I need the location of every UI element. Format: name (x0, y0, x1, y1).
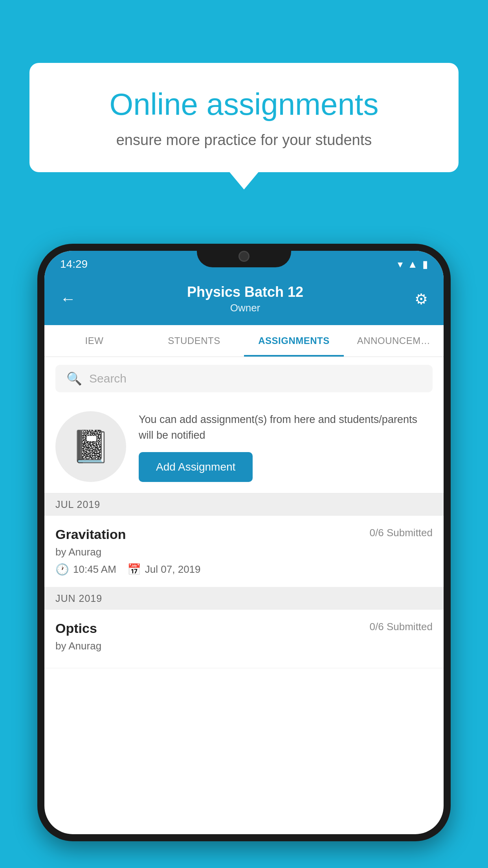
tab-assignments[interactable]: ASSIGNMENTS (244, 325, 344, 357)
assignment-submitted-optics: 0/6 Submitted (370, 621, 433, 633)
background: Online assignments ensure more practice … (0, 0, 488, 868)
tab-iew[interactable]: IEW (44, 325, 144, 357)
meta-time: 🕐 10:45 AM (55, 563, 116, 576)
phone-outer: 14:29 ▾ ▲ ▮ ← Physics Batch 12 Owner ⚙ (37, 244, 451, 841)
settings-icon[interactable]: ⚙ (415, 291, 428, 308)
phone-mockup: 14:29 ▾ ▲ ▮ ← Physics Batch 12 Owner ⚙ (37, 244, 451, 868)
tabs-bar: IEW STUDENTS ASSIGNMENTS ANNOUNCEM… (44, 325, 444, 357)
search-container: 🔍 Search (44, 357, 444, 400)
assignment-meta: 🕐 10:45 AM 📅 Jul 07, 2019 (55, 563, 433, 576)
notebook-icon: 📓 (71, 428, 110, 465)
add-assignment-button[interactable]: Add Assignment (139, 452, 253, 482)
clock-icon: 🕐 (55, 563, 69, 576)
phone-camera (238, 251, 250, 262)
promo-right: You can add assignment(s) from here and … (139, 412, 433, 482)
wifi-icon: ▾ (398, 258, 403, 270)
signal-icon: ▲ (407, 258, 418, 270)
promo-icon-circle: 📓 (55, 411, 126, 482)
header-title: Physics Batch 12 (76, 284, 415, 300)
tab-students[interactable]: STUDENTS (144, 325, 244, 357)
status-icons: ▾ ▲ ▮ (398, 258, 428, 270)
calendar-icon: 📅 (127, 563, 141, 576)
status-time: 14:29 (60, 258, 88, 270)
assignment-time: 10:45 AM (73, 563, 116, 576)
header-subtitle: Owner (76, 302, 415, 314)
speech-bubble-container: Online assignments ensure more practice … (29, 63, 459, 172)
assignment-by: by Anurag (55, 546, 433, 558)
phone-notch (197, 244, 291, 267)
app-header: ← Physics Batch 12 Owner ⚙ (44, 274, 444, 325)
assignment-top-row-optics: Optics 0/6 Submitted (55, 621, 433, 636)
phone-screen: 14:29 ▾ ▲ ▮ ← Physics Batch 12 Owner ⚙ (44, 251, 444, 834)
assignment-name: Gravitation (55, 527, 126, 542)
assignment-top-row: Gravitation 0/6 Submitted (55, 527, 433, 542)
search-icon: 🔍 (66, 371, 82, 386)
speech-bubble-title: Online assignments (57, 86, 431, 122)
add-assignment-promo: 📓 You can add assignment(s) from here an… (44, 400, 444, 493)
speech-bubble-subtitle: ensure more practice for your students (57, 132, 431, 149)
assignment-name-optics: Optics (55, 621, 97, 636)
assignment-item-optics[interactable]: Optics 0/6 Submitted by Anurag (44, 610, 444, 668)
promo-text: You can add assignment(s) from here and … (139, 412, 433, 443)
search-placeholder: Search (89, 372, 127, 385)
battery-icon: ▮ (422, 258, 428, 270)
speech-bubble: Online assignments ensure more practice … (29, 63, 459, 172)
tab-announcements[interactable]: ANNOUNCEM… (344, 325, 444, 357)
assignment-item-gravitation[interactable]: Gravitation 0/6 Submitted by Anurag 🕐 10… (44, 516, 444, 587)
month-header-jul: JUL 2019 (44, 493, 444, 516)
header-title-group: Physics Batch 12 Owner (76, 284, 415, 314)
search-input-wrap[interactable]: 🔍 Search (55, 365, 433, 392)
assignment-submitted: 0/6 Submitted (370, 527, 433, 539)
assignment-date: Jul 07, 2019 (145, 563, 201, 576)
back-button[interactable]: ← (60, 290, 76, 308)
month-header-jun: JUN 2019 (44, 587, 444, 610)
assignment-by-optics: by Anurag (55, 640, 433, 652)
meta-date: 📅 Jul 07, 2019 (127, 563, 201, 576)
